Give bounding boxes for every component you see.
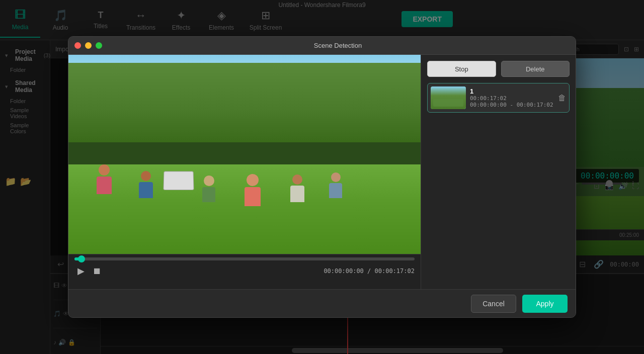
- progress-thumb[interactable]: [78, 255, 85, 262]
- scene-range: 00:00:00:00 - 00:00:17:02: [470, 102, 554, 108]
- modal-footer: Cancel Apply: [68, 289, 576, 317]
- scene-info: 1 00:00:17:02 00:00:00:00 - 00:00:17:02: [470, 87, 554, 108]
- modal-body: ▶ ⏹ 00:00:00:00 / 00:00:17:02 Stop Delet…: [68, 55, 576, 289]
- modal-title-bar: Scene Detection: [68, 37, 576, 55]
- scene-delete-button[interactable]: 🗑: [558, 94, 566, 103]
- modal-minimize-button[interactable]: [85, 42, 92, 49]
- video-timecode: 00:00:00:00 / 00:00:17:02: [324, 268, 415, 275]
- modal-action-buttons: Stop Delete: [427, 61, 570, 77]
- modal-video-section: ▶ ⏹ 00:00:00:00 / 00:00:17:02: [68, 55, 421, 289]
- stop-video-button[interactable]: ⏹: [90, 265, 105, 278]
- progress-bar[interactable]: [74, 257, 415, 260]
- scene-detection-modal: Scene Detection: [68, 36, 576, 318]
- scenes-list: 1 00:00:17:02 00:00:00:00 - 00:00:17:02 …: [427, 83, 570, 283]
- modal-overlay: Scene Detection: [0, 0, 644, 354]
- modal-close-button[interactable]: [74, 42, 81, 49]
- modal-right-panel: Stop Delete 1 00:00:17: [421, 55, 576, 289]
- video-controls: ▶ ⏹ 00:00:00:00 / 00:00:17:02: [68, 254, 421, 289]
- video-frame: [68, 55, 421, 254]
- stop-button[interactable]: Stop: [427, 61, 496, 77]
- cancel-button[interactable]: Cancel: [471, 295, 516, 313]
- scene-duration: 00:00:17:02: [470, 95, 554, 102]
- video-controls-row: ▶ ⏹ 00:00:00:00 / 00:00:17:02: [74, 264, 415, 278]
- apply-button[interactable]: Apply: [522, 295, 568, 313]
- modal-maximize-button[interactable]: [96, 42, 102, 49]
- delete-button[interactable]: Delete: [501, 61, 570, 77]
- play-button[interactable]: ▶: [74, 264, 88, 278]
- modal-title: Scene Detection: [106, 42, 570, 49]
- scene-item: 1 00:00:17:02 00:00:00:00 - 00:00:17:02 …: [427, 83, 570, 113]
- scene-number: 1: [470, 87, 554, 95]
- scene-thumbnail: [431, 86, 466, 109]
